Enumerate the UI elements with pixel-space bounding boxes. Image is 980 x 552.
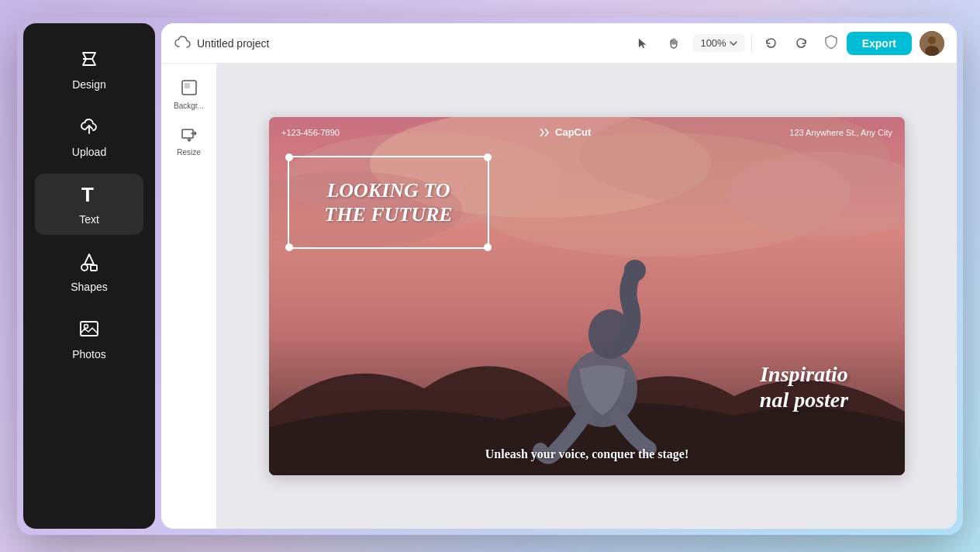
svg-point-7 bbox=[85, 325, 88, 329]
svg-text:T: T bbox=[81, 183, 94, 205]
select-tool-button[interactable] bbox=[630, 31, 655, 56]
poster-tagline: Unleash your voice, conquer the stage! bbox=[269, 447, 905, 461]
poster-phone: +123-456-7890 bbox=[281, 128, 340, 137]
handle-top-right[interactable] bbox=[484, 154, 492, 161]
design-icon bbox=[78, 48, 100, 74]
sidebar: Design Upload T Text bbox=[23, 23, 155, 529]
project-title: Untitled project bbox=[197, 37, 269, 50]
background-tool-label: Backgr... bbox=[174, 102, 204, 110]
tools-panel: Backgr... Resize bbox=[161, 64, 217, 529]
export-button[interactable]: Export bbox=[847, 32, 912, 55]
topbar-center: 100% bbox=[630, 31, 813, 56]
sidebar-item-text-label: Text bbox=[79, 213, 99, 226]
handle-bottom-left[interactable] bbox=[285, 243, 293, 251]
shield-icon bbox=[823, 34, 839, 53]
zoom-selector[interactable]: 100% bbox=[692, 34, 744, 52]
sidebar-item-upload[interactable]: Upload bbox=[35, 106, 143, 167]
poster-header: +123-456-7890 CapCut 123 Anywhere St., A… bbox=[269, 126, 905, 138]
poster-main-heading: LOOKING TO THE FUTURE bbox=[324, 178, 452, 226]
inspirational-line1: Inspiratio bbox=[719, 361, 889, 388]
handle-bottom-right[interactable] bbox=[484, 243, 492, 251]
poster-address: 123 Anywhere St., Any City bbox=[789, 128, 892, 137]
poster-background: +123-456-7890 CapCut 123 Anywhere St., A… bbox=[269, 117, 905, 475]
sidebar-item-design[interactable]: Design bbox=[35, 39, 143, 100]
background-icon bbox=[181, 79, 198, 100]
svg-point-23 bbox=[624, 260, 646, 281]
svg-point-21 bbox=[568, 350, 637, 427]
topbar-left: Untitled project bbox=[174, 34, 621, 52]
sidebar-item-photos-label: Photos bbox=[72, 348, 106, 361]
main-area: Untitled project 100% bbox=[161, 17, 963, 535]
poster-inspirational-text: Inspiratio nal poster bbox=[719, 361, 889, 413]
svg-point-22 bbox=[588, 309, 632, 359]
sidebar-item-upload-label: Upload bbox=[72, 146, 106, 158]
selected-text-box[interactable]: LOOKING TO THE FUTURE bbox=[288, 156, 489, 249]
poster-logo: CapCut bbox=[538, 126, 591, 138]
resize-icon bbox=[181, 126, 198, 147]
svg-point-18 bbox=[463, 133, 851, 257]
poster-heading-line2: THE FUTURE bbox=[324, 202, 452, 226]
shapes-icon bbox=[78, 250, 100, 276]
inspirational-line2: nal poster bbox=[719, 387, 889, 413]
svg-point-9 bbox=[928, 36, 936, 44]
photos-icon bbox=[78, 318, 100, 343]
background-tool[interactable]: Backgr... bbox=[166, 73, 212, 116]
sidebar-item-text[interactable]: T Text bbox=[35, 174, 143, 235]
undo-button[interactable] bbox=[758, 31, 783, 56]
poster-heading-line1: LOOKING TO bbox=[324, 178, 452, 202]
sidebar-item-design-label: Design bbox=[72, 78, 106, 91]
text-icon: T bbox=[78, 183, 100, 209]
svg-marker-3 bbox=[85, 254, 94, 264]
topbar-divider bbox=[751, 34, 752, 53]
handle-top-left[interactable] bbox=[285, 154, 293, 161]
sidebar-item-shapes-label: Shapes bbox=[71, 281, 107, 293]
svg-point-4 bbox=[81, 264, 88, 271]
zoom-level: 100% bbox=[700, 37, 726, 49]
svg-rect-12 bbox=[185, 83, 190, 88]
app-container: Design Upload T Text bbox=[17, 17, 963, 535]
editor-window: Untitled project 100% bbox=[161, 23, 957, 529]
editor-body: Backgr... Resize bbox=[161, 64, 957, 529]
topbar: Untitled project 100% bbox=[161, 23, 957, 64]
svg-rect-6 bbox=[81, 322, 98, 336]
svg-point-20 bbox=[726, 152, 905, 237]
poster-canvas: +123-456-7890 CapCut 123 Anywhere St., A… bbox=[269, 117, 905, 475]
poster-logo-text: CapCut bbox=[555, 126, 591, 138]
canvas-area[interactable]: +123-456-7890 CapCut 123 Anywhere St., A… bbox=[217, 64, 957, 529]
resize-tool-label: Resize bbox=[177, 148, 201, 157]
sidebar-item-shapes[interactable]: Shapes bbox=[35, 241, 143, 302]
redo-button[interactable] bbox=[789, 31, 814, 56]
sidebar-item-photos[interactable]: Photos bbox=[35, 309, 143, 370]
hand-tool-button[interactable] bbox=[661, 31, 686, 56]
upload-icon bbox=[78, 116, 100, 141]
user-avatar[interactable] bbox=[920, 31, 944, 56]
resize-tool[interactable]: Resize bbox=[166, 119, 212, 163]
cloud-save-icon bbox=[174, 34, 191, 52]
svg-rect-5 bbox=[91, 265, 97, 271]
topbar-right: Export bbox=[823, 31, 944, 56]
